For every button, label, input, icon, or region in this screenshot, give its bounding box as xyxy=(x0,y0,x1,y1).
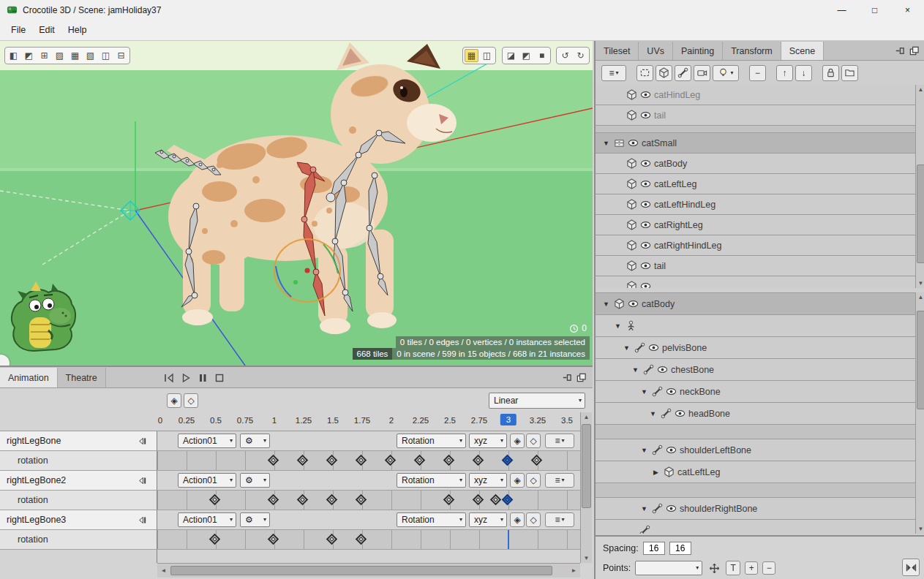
property-select[interactable]: Rotation▾ xyxy=(397,434,466,448)
keyframe-diamond[interactable] xyxy=(531,455,543,466)
tree-row[interactable]: catLeftLeg xyxy=(596,174,915,194)
tree-row[interactable]: catRightHindLeg xyxy=(596,235,915,256)
viewport-tool-2-button[interactable]: ◩ xyxy=(22,49,36,62)
dock-panel-icon[interactable] xyxy=(561,372,572,383)
expand-toggle[interactable]: ▼ xyxy=(639,505,649,512)
keyframe-diamond[interactable] xyxy=(356,494,367,506)
eye-icon[interactable] xyxy=(640,178,651,189)
keyframe-diamond[interactable] xyxy=(209,494,221,506)
track-menu-button[interactable]: ≡▾ xyxy=(545,473,574,488)
rotate-cw-button[interactable]: ↻ xyxy=(574,49,587,62)
eye-icon[interactable] xyxy=(675,408,686,419)
play-button[interactable] xyxy=(178,370,193,385)
scroll-up-button[interactable]: ▲ xyxy=(916,85,924,94)
expand-toggle[interactable]: ▼ xyxy=(631,366,640,374)
plane-b-button[interactable]: ◩ xyxy=(519,49,533,62)
spacing-y-input[interactable] xyxy=(669,542,691,555)
track-name-cell[interactable]: rightLegBone3 xyxy=(0,510,157,529)
scroll-up-button[interactable]: ▲ xyxy=(581,412,592,422)
timeline-v-scrollbar[interactable]: ▲ ▼ xyxy=(580,412,592,563)
property-select[interactable]: Rotation▾ xyxy=(397,473,466,488)
grid-snap-button[interactable]: ▦ xyxy=(465,49,478,62)
keyframe-diamond[interactable] xyxy=(385,455,397,466)
keyframe-diamond[interactable] xyxy=(502,494,514,506)
eye-icon[interactable] xyxy=(628,298,639,309)
keyframe-pin-icon[interactable] xyxy=(138,515,148,525)
spacing-x-input[interactable] xyxy=(643,542,665,555)
keyframe-diamond[interactable] xyxy=(297,494,309,506)
tab-uvs[interactable]: UVs xyxy=(639,42,673,60)
insert-keyframe-button[interactable]: ◈ xyxy=(510,512,525,527)
keyframe-pin-icon[interactable] xyxy=(138,476,148,485)
expand-toggle[interactable]: ▶ xyxy=(651,469,661,476)
scroll-right-button[interactable]: ► xyxy=(569,566,579,575)
keyframe-pin-icon[interactable] xyxy=(138,436,148,446)
action-settings-select[interactable]: ⚙▾ xyxy=(240,434,270,448)
timeline-ruler[interactable]: 0 0.25 0.5 0.75 1 1.25 1.5 1.75 2 2.25 2… xyxy=(0,412,580,431)
tree-row-bone[interactable] xyxy=(596,520,915,534)
expand-toggle[interactable]: ▼ xyxy=(601,300,611,308)
scene-menu-button[interactable]: ≡▾ xyxy=(601,65,626,81)
expand-toggle[interactable]: ▼ xyxy=(613,322,623,330)
keyframe-diamond[interactable] xyxy=(414,455,426,466)
move-points-button[interactable] xyxy=(707,561,721,575)
scrollbar-thumb[interactable] xyxy=(582,424,591,508)
eye-icon[interactable] xyxy=(640,199,651,210)
tree-row-bone[interactable]: ▼shoulderLeftBone xyxy=(596,439,915,461)
tree-row-bone[interactable]: ▼headBone xyxy=(596,403,915,425)
plane-a-button[interactable]: ◪ xyxy=(504,49,518,62)
keyframe-diamond[interactable] xyxy=(490,494,502,506)
insert-keyframe-button[interactable]: ◈ xyxy=(510,434,525,448)
bone-tree-scrollbar[interactable]: ▲ ▼ xyxy=(915,292,924,534)
insert-keyframe-button[interactable]: ◈ xyxy=(510,473,525,488)
keyframe-diamond[interactable] xyxy=(473,455,484,466)
rotate-ccw-button[interactable]: ↺ xyxy=(558,49,572,62)
keyframe-diamond[interactable] xyxy=(268,534,279,545)
tab-tileset[interactable]: Tileset xyxy=(596,42,639,60)
eye-icon[interactable] xyxy=(657,364,668,375)
eye-icon[interactable] xyxy=(640,281,651,288)
keyframe-diamond[interactable] xyxy=(268,455,279,466)
tab-theatre[interactable]: Theatre xyxy=(58,368,106,387)
skip-to-start-button[interactable] xyxy=(161,370,176,385)
dock-panel-icon[interactable] xyxy=(894,45,905,56)
scroll-down-button[interactable]: ▼ xyxy=(916,279,924,288)
ruler-current-frame[interactable]: 3 xyxy=(500,414,517,425)
tree-row[interactable]: tail xyxy=(596,256,915,276)
track-name-cell[interactable]: rotation xyxy=(0,491,157,510)
scroll-down-button[interactable]: ▼ xyxy=(916,524,924,534)
track-name-cell[interactable]: rotation xyxy=(0,530,157,549)
playhead[interactable] xyxy=(508,530,509,549)
keyframe-track[interactable] xyxy=(157,530,580,549)
eye-icon[interactable] xyxy=(666,444,677,455)
move-down-button[interactable]: ↓ xyxy=(795,65,812,81)
scene-tree-scrollbar[interactable]: ▲ ▼ xyxy=(915,85,924,288)
popout-panel-icon[interactable] xyxy=(909,45,920,56)
minimize-button[interactable]: — xyxy=(825,0,858,20)
add-camera-button[interactable] xyxy=(694,65,710,81)
keyframe-diamond[interactable] xyxy=(473,494,484,506)
viewport-tool-4-button[interactable]: ▨ xyxy=(53,49,67,62)
keyframe-diamond[interactable] xyxy=(209,534,221,545)
tree-row-group[interactable]: ▼catBody xyxy=(596,293,915,315)
pause-button[interactable] xyxy=(195,370,210,385)
remove-point-button[interactable]: − xyxy=(762,561,775,575)
action-select[interactable]: Action01▾ xyxy=(178,473,236,488)
tree-row-bone[interactable]: ▼shoulderRightBone xyxy=(596,498,915,520)
eye-icon[interactable] xyxy=(628,137,639,148)
eye-icon[interactable] xyxy=(640,219,651,230)
eye-icon[interactable] xyxy=(640,110,651,121)
track-name-cell[interactable]: rotation xyxy=(0,451,157,470)
add-object-button[interactable] xyxy=(656,65,672,81)
tab-painting[interactable]: Painting xyxy=(673,42,723,60)
menu-edit[interactable]: Edit xyxy=(32,23,61,37)
track-name-cell[interactable]: rightLegBone2 xyxy=(0,471,157,490)
add-keyframe-button[interactable]: ◈ xyxy=(167,393,181,408)
tab-scene[interactable]: Scene xyxy=(781,42,824,60)
eye-icon[interactable] xyxy=(640,240,651,251)
viewport-tool-5-button[interactable]: ▦ xyxy=(68,49,82,62)
popout-panel-icon[interactable] xyxy=(576,372,587,383)
track-menu-button[interactable]: ≡▾ xyxy=(545,434,574,448)
keyframe-diamond[interactable] xyxy=(326,534,338,545)
scroll-down-button[interactable]: ▼ xyxy=(581,553,592,563)
